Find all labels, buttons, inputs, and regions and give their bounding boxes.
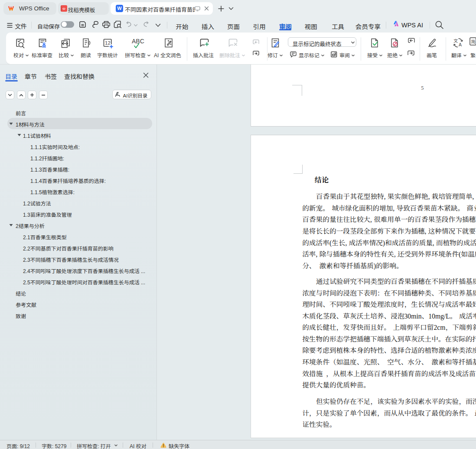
svg-text:文: 文	[453, 37, 458, 44]
svg-text:A: A	[459, 42, 462, 47]
svg-text:简: 简	[471, 38, 476, 45]
